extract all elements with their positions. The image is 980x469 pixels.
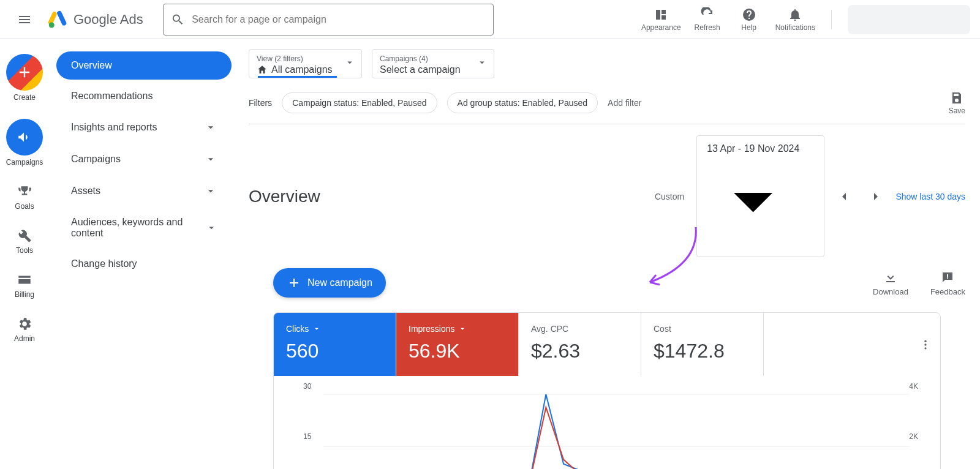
add-filter-button[interactable]: Add filter: [608, 98, 641, 108]
refresh-button[interactable]: Refresh: [692, 7, 723, 32]
metric-value: $2.63: [531, 340, 628, 362]
metric-clicks[interactable]: Clicks 560: [274, 313, 396, 376]
google-ads-icon: [47, 9, 69, 31]
svg-point-5: [924, 347, 926, 349]
rail-goals-label: Goals: [15, 202, 34, 211]
menu-icon: [17, 12, 32, 27]
view-selector-label: View (2 filters): [257, 54, 354, 63]
page-title: Overview: [249, 187, 320, 206]
sidenav-insights[interactable]: Insights and reports: [56, 113, 232, 142]
svg-point-3: [924, 340, 926, 342]
rail-billing[interactable]: Billing: [15, 272, 34, 299]
refresh-icon: [700, 7, 715, 22]
chevron-down-icon: [206, 222, 217, 234]
chevron-down-icon: [477, 57, 488, 68]
view-selector[interactable]: View (2 filters) All campaigns: [249, 49, 362, 78]
new-campaign-button[interactable]: New campaign: [273, 268, 386, 298]
rail-admin-label: Admin: [14, 334, 35, 343]
view-selector-value: All campaigns: [271, 64, 333, 75]
logo: Google Ads: [47, 9, 143, 31]
chevron-down-icon: [205, 153, 217, 165]
sidenav-item-label: Campaigns: [71, 154, 121, 165]
active-underline: [258, 76, 337, 78]
date-range-selector[interactable]: 13 Apr - 19 Nov 2024: [696, 135, 824, 257]
caret-down-icon: [458, 325, 467, 333]
refresh-label: Refresh: [695, 23, 720, 32]
rail-campaigns[interactable]: Campaigns: [6, 119, 43, 167]
chevron-right-icon: [869, 189, 883, 204]
metric-cost[interactable]: Cost $1472.8: [641, 313, 764, 376]
svg-point-4: [924, 343, 926, 345]
annotation-arrow: [638, 224, 705, 291]
download-icon: [883, 270, 898, 285]
sidenav-item-label: Recommendations: [71, 91, 153, 102]
sidenav-campaigns[interactable]: Campaigns: [56, 144, 232, 174]
plus-icon: [16, 64, 33, 81]
help-button[interactable]: Help: [734, 7, 764, 32]
sidenav-item-label: Audiences, keywords and content: [71, 217, 206, 239]
chevron-down-icon: [344, 57, 355, 68]
campaign-selector-label: Campaigns (4): [380, 54, 486, 63]
filter-chip-adgroup-status[interactable]: Ad group status: Enabled, Paused: [447, 92, 598, 113]
campaign-selector-value: Select a campaign: [380, 64, 461, 75]
divider: [831, 10, 832, 29]
svg-point-2: [49, 22, 55, 28]
trophy-icon: [17, 184, 32, 200]
more-vert-icon: [919, 339, 932, 351]
rail-create[interactable]: Create: [6, 54, 43, 102]
metric-avg-cpc[interactable]: Avg. CPC $2.63: [519, 313, 641, 376]
metric-more-button[interactable]: [911, 313, 940, 376]
metric-value: 560: [286, 340, 383, 362]
plus-icon: [287, 276, 301, 290]
rail-admin[interactable]: Admin: [14, 316, 35, 343]
show-last-30-link[interactable]: Show last 30 days: [895, 192, 965, 201]
notifications-button[interactable]: Notifications: [775, 7, 815, 32]
save-label: Save: [949, 107, 965, 115]
download-button[interactable]: Download: [873, 270, 908, 296]
logo-text: Google Ads: [74, 12, 143, 28]
y-right-tick: 2K: [909, 432, 918, 441]
date-prev-button[interactable]: [832, 184, 856, 209]
rail-tools[interactable]: Tools: [16, 228, 33, 255]
help-label: Help: [741, 23, 756, 32]
rail-goals[interactable]: Goals: [15, 184, 34, 211]
chevron-down-icon: [707, 154, 799, 247]
chevron-down-icon: [205, 185, 217, 197]
performance-chart: 30 15 0 4K 2K 0 8 Apr 2019 18 Nov 2019: [274, 376, 940, 469]
save-icon: [949, 91, 964, 105]
metric-value: 56.9K: [409, 340, 506, 362]
sidenav-assets[interactable]: Assets: [56, 176, 232, 206]
gear-icon: [17, 316, 32, 332]
sidenav-audiences[interactable]: Audiences, keywords and content: [56, 208, 232, 247]
rail-campaigns-label: Campaigns: [6, 158, 43, 167]
filters-label: Filters: [249, 98, 272, 108]
help-icon: [742, 7, 756, 22]
rail-create-label: Create: [13, 93, 36, 102]
megaphone-icon: [17, 129, 32, 145]
hamburger-menu[interactable]: [10, 5, 39, 34]
new-campaign-label: New campaign: [307, 277, 372, 288]
sidenav-overview[interactable]: Overview: [56, 51, 232, 80]
card-icon: [17, 272, 32, 288]
filter-chip-campaign-status[interactable]: Campaign status: Enabled, Paused: [282, 92, 437, 113]
metric-impressions[interactable]: Impressions 56.9K: [396, 313, 519, 376]
search-icon: [171, 12, 184, 27]
date-range-value: 13 Apr - 19 Nov 2024: [707, 143, 799, 154]
date-next-button[interactable]: [864, 184, 888, 209]
metric-value: $1472.8: [654, 340, 751, 362]
sidenav-change-history[interactable]: Change history: [56, 250, 232, 278]
account-switcher[interactable]: [848, 5, 970, 34]
chevron-down-icon: [205, 121, 217, 133]
save-filters-button[interactable]: Save: [949, 91, 965, 115]
sidenav-recommendations[interactable]: Recommendations: [56, 82, 232, 110]
metric-label: Impressions: [409, 324, 454, 334]
campaign-selector[interactable]: Campaigns (4) Select a campaign: [372, 49, 494, 78]
search-box[interactable]: [163, 4, 494, 36]
feedback-button[interactable]: Feedback: [930, 270, 965, 296]
home-icon: [257, 64, 268, 75]
appearance-button[interactable]: Appearance: [641, 7, 681, 32]
appearance-icon: [654, 7, 668, 22]
y-left-tick: 15: [303, 432, 311, 441]
search-input[interactable]: [192, 14, 486, 25]
feedback-icon: [940, 270, 955, 285]
